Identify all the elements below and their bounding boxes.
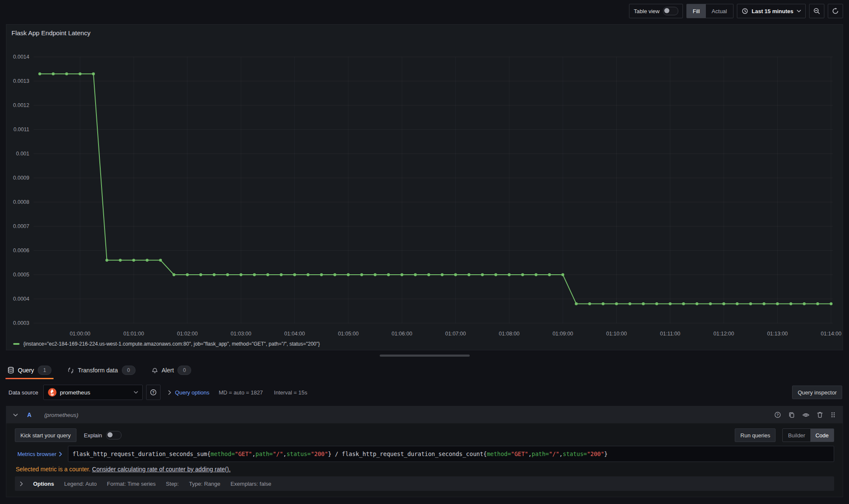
- chevron-right-icon: [168, 390, 171, 395]
- query-editor-body: Kick start your query Explain Run querie…: [6, 423, 843, 497]
- bell-icon: [152, 367, 158, 374]
- fill-button[interactable]: Fill: [687, 4, 706, 18]
- series-legend-item[interactable]: {instance="ec2-184-169-216-224.us-west-1…: [13, 341, 320, 347]
- query-options-summary-row[interactable]: Options Legend: Auto Format: Time series…: [15, 476, 834, 491]
- query-inspector-button[interactable]: Query inspector: [792, 386, 842, 399]
- promql-token: ,: [283, 451, 287, 457]
- options-label: Options: [33, 481, 54, 487]
- explain-toggle[interactable]: [106, 431, 121, 439]
- option-legend: Legend: Auto: [64, 481, 97, 487]
- promql-token: "200": [311, 451, 328, 457]
- svg-text:?: ?: [152, 390, 155, 394]
- table-view-toggle[interactable]: [663, 7, 678, 15]
- svg-text:01:08:00: 01:08:00: [499, 331, 520, 337]
- query-options-toggle[interactable]: Query options: [168, 389, 209, 396]
- svg-text:0.001: 0.001: [16, 151, 29, 157]
- metrics-browser-toggle[interactable]: Metrics browser: [15, 446, 68, 462]
- delete-query-trash-icon[interactable]: [817, 411, 823, 418]
- chevron-right-icon: [20, 481, 23, 486]
- promql-token: flask_http_request_duration_seconds_sum{: [73, 451, 211, 457]
- pane-resize-handle[interactable]: [380, 355, 470, 357]
- svg-text:0.0008: 0.0008: [13, 199, 29, 205]
- promql-token: } / flask_http_request_duration_seconds_…: [328, 451, 487, 457]
- drag-grip-icon[interactable]: [830, 411, 836, 418]
- query-datasource-hint: (prometheus): [44, 412, 78, 418]
- svg-text:0.0009: 0.0009: [13, 175, 29, 181]
- svg-text:0.0007: 0.0007: [13, 223, 29, 229]
- fill-actual-segmented: Fill Actual: [686, 4, 733, 18]
- svg-text:0.0006: 0.0006: [13, 248, 29, 253]
- datasource-selected: prometheus: [60, 389, 90, 396]
- svg-text:0.0004: 0.0004: [13, 296, 29, 302]
- datasource-row: Data source prometheus ? Query options M…: [8, 385, 842, 400]
- promql-code-editor[interactable]: flask_http_request_duration_seconds_sum{…: [68, 446, 834, 462]
- promql-token: ,: [559, 451, 563, 457]
- svg-text:0.0014: 0.0014: [13, 54, 29, 60]
- datasource-help-button[interactable]: ?: [146, 385, 161, 400]
- kick-start-query-button[interactable]: Kick start your query: [15, 428, 76, 442]
- clock-icon: [742, 8, 748, 14]
- timeseries-panel: 0.00140.00130.00120.00110.0010.00090.000…: [6, 24, 843, 350]
- counter-warning: Selected metric is a counter. Consider c…: [15, 466, 834, 473]
- actual-button[interactable]: Actual: [706, 4, 733, 18]
- tab-transform-data[interactable]: Transform data 0: [65, 361, 137, 379]
- svg-text:01:04:00: 01:04:00: [284, 331, 305, 337]
- svg-text:01:09:00: 01:09:00: [553, 331, 573, 337]
- svg-text:01:12:00: 01:12:00: [714, 331, 734, 337]
- tab-query-label: Query: [18, 367, 34, 374]
- transform-icon: [68, 367, 74, 374]
- svg-text:0.0003: 0.0003: [13, 320, 29, 326]
- tab-alert[interactable]: Alert 0: [149, 361, 194, 379]
- tab-transform-label: Transform data: [78, 367, 118, 374]
- interval-stat: Interval = 15s: [274, 389, 307, 396]
- tab-transform-count: 0: [122, 366, 135, 375]
- svg-text:01:01:00: 01:01:00: [123, 331, 144, 337]
- datasource-select[interactable]: prometheus: [43, 385, 143, 400]
- svg-text:01:14:00: 01:14:00: [821, 331, 841, 337]
- table-view-group: Table view: [629, 4, 683, 18]
- chevron-down-icon: [134, 391, 138, 394]
- time-zoom-out-button[interactable]: [809, 4, 824, 18]
- svg-text:01:03:00: 01:03:00: [231, 331, 251, 337]
- prometheus-icon: [48, 388, 56, 397]
- series-color-dash-icon: [13, 343, 20, 345]
- option-type: Type: Range: [189, 481, 220, 487]
- svg-text:0.0012: 0.0012: [13, 102, 29, 108]
- toggle-visibility-eye-icon[interactable]: [802, 412, 810, 418]
- promql-token: "/": [273, 451, 283, 457]
- time-range-picker[interactable]: Last 15 minutes: [737, 4, 806, 18]
- chart-canvas[interactable]: 0.00140.00130.00120.00110.0010.00090.000…: [6, 25, 843, 350]
- svg-text:0.0011: 0.0011: [14, 127, 29, 132]
- promql-token: "GET": [511, 451, 528, 457]
- promql-token: "200": [587, 451, 604, 457]
- warning-rate-hint-link[interactable]: Consider calculating rate of counter by …: [92, 466, 231, 473]
- svg-text:0.0005: 0.0005: [13, 272, 29, 278]
- refresh-button[interactable]: [828, 4, 843, 18]
- promql-token: path=: [256, 451, 273, 457]
- run-queries-button[interactable]: Run queries: [735, 428, 776, 442]
- datasource-label: Data source: [8, 389, 38, 396]
- promql-token: ,: [528, 451, 532, 457]
- warning-text: Selected metric is a counter.: [16, 466, 90, 473]
- code-mode-button[interactable]: Code: [810, 429, 834, 442]
- tab-query[interactable]: Query 1: [6, 361, 54, 379]
- duplicate-query-icon[interactable]: [788, 411, 795, 418]
- metrics-browser-label: Metrics browser: [17, 451, 56, 457]
- table-view-label: Table view: [634, 8, 660, 14]
- chevron-right-icon: [59, 452, 62, 456]
- svg-text:01:10:00: 01:10:00: [606, 331, 627, 337]
- promql-token: "GET": [235, 451, 252, 457]
- query-help-icon[interactable]: ?: [774, 411, 781, 418]
- builder-mode-button[interactable]: Builder: [783, 429, 810, 442]
- query-row-header[interactable]: A (prometheus) ?: [6, 406, 843, 423]
- chevron-down-icon: [797, 10, 801, 12]
- svg-text:01:11:00: 01:11:00: [660, 331, 680, 337]
- promql-token: "/": [549, 451, 559, 457]
- option-step: Step:: [166, 481, 179, 487]
- database-icon: [8, 367, 14, 374]
- panel-title: Flask App Endpoint Latency: [11, 29, 90, 37]
- collapse-chevron-icon: [13, 414, 18, 417]
- explain-label: Explain: [84, 432, 102, 439]
- promql-token: status=: [287, 451, 311, 457]
- editor-tabs: Query 1 Transform data 0 Alert 0: [6, 361, 193, 379]
